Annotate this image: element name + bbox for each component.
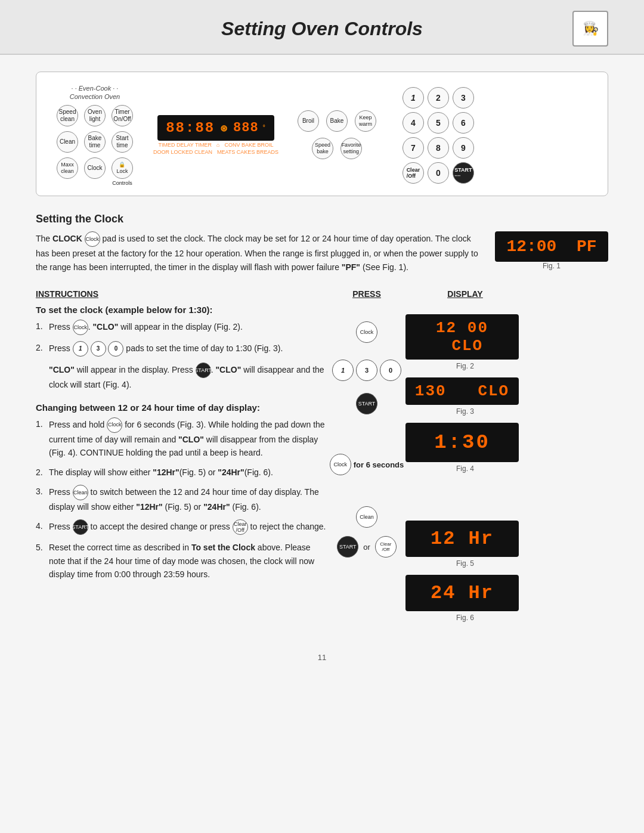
display-indicators2: DOOR LOCKED CLEANMEATS CAKES BREADS [153, 148, 278, 155]
step2-2-text: The display will show either "12Hr"(Fig.… [49, 466, 273, 479]
fig4-container: 1:30 Fig. 4 [405, 423, 525, 473]
fig3-display: 130 CLO [405, 377, 519, 405]
or-text: or [363, 543, 370, 552]
press-clock-1: Clock [356, 321, 377, 343]
num-5-btn[interactable]: 5 [428, 112, 449, 134]
section-title: Setting the Clock [36, 213, 608, 225]
instructions-col: INSTRUCTIONS To set the clock (example b… [36, 289, 328, 629]
clean-press-icon: Clean [73, 485, 88, 500]
press-item-clean: Clean [328, 506, 405, 528]
step2-1-text: Press and hold Clock for 6 seconds (Fig.… [49, 417, 328, 460]
step-2-text: Press 1 3 0 pads to set the time of day … [49, 341, 283, 357]
subsection1-title: To set the clock (example below for 1:30… [36, 305, 328, 315]
press-clear-off: Clear/Off [375, 536, 397, 558]
num-0-btn[interactable]: 0 [428, 162, 449, 184]
press-clean: Clean [356, 506, 377, 528]
display-col: DISPLAY 12 00 CLO Fig. 2 130 CLO Fig. 3 … [405, 289, 525, 629]
press-header: PRESS [328, 289, 405, 299]
num-2-btn[interactable]: 2 [428, 87, 449, 109]
main-content: Setting the Clock 12:00 PF Fig. 1 The CL… [0, 207, 644, 647]
lock-controls-btn[interactable]: 🔒Lock Controls [112, 157, 133, 187]
fig4-label: Fig. 4 [405, 465, 525, 473]
step-2-continuation: "CLO" will appear in the display. Press … [36, 363, 328, 391]
bake-btn[interactable]: Bake [326, 110, 348, 133]
clear-off-btn[interactable]: Clear/Off [402, 162, 424, 184]
clock-btn[interactable]: Clock [84, 157, 106, 187]
press-3: 3 [356, 360, 377, 381]
step2-2-num: 2. [36, 466, 45, 479]
step2-5: 5. Reset the correct time as described i… [36, 541, 328, 581]
subsection2-title: Changing between 12 or 24 hour time of d… [36, 402, 328, 413]
maxx-clean-btn[interactable]: Maxxclean [57, 157, 78, 187]
num-3-btn[interactable]: 3 [453, 87, 474, 109]
start-press-icon-1: START [196, 363, 211, 378]
clock-inline-icon: Clock [85, 231, 100, 247]
speed-clean-btn[interactable]: Speedclean [57, 105, 78, 128]
oven-numpad: 1 2 3 4 5 6 7 8 9 Clear/Off 0 START···· [402, 87, 474, 184]
favorite-setting-btn[interactable]: Favoritesetting [340, 138, 362, 160]
fig3-container: 130 CLO Fig. 3 [405, 377, 525, 416]
step-1-text: Press Clock. "CLO" will appear in the di… [49, 320, 243, 335]
num-1-press-icon: 1 [73, 341, 88, 357]
fig1-display: 12:00 PF [495, 231, 608, 262]
step2-5-text: Reset the correct time as described in T… [49, 541, 328, 581]
page-header: Setting Oven Controls 👩‍🍳 [0, 0, 644, 55]
display-indicators: TIMED DELAY TIMER⌂CONV BAKE BROIL [158, 141, 273, 148]
clock-press-icon-1: Clock [73, 320, 88, 335]
step2-2: 2. The display will show either "12Hr"(F… [36, 466, 328, 479]
fig1-container: 12:00 PF Fig. 1 [495, 231, 608, 277]
page-title: Setting Oven Controls [72, 18, 572, 40]
fig1-label: Fig. 1 [495, 262, 608, 270]
press-col: PRESS Clock 1 3 0 START Clock [328, 289, 405, 629]
intro-area: 12:00 PF Fig. 1 The CLOCK Clock pad is u… [36, 231, 608, 283]
num-8-btn[interactable]: 8 [428, 137, 449, 159]
oven-middle-panel: Broil Bake Keepwarm Speedbake Favoritese… [289, 110, 385, 160]
logo-icon: 👩‍🍳 [583, 21, 599, 36]
oven-display: 88:88 ⊛ 888 ° [157, 115, 274, 141]
press-start-1: START [356, 393, 377, 414]
keep-warm-btn[interactable]: Keepwarm [355, 110, 376, 133]
num-1-btn[interactable]: 1 [402, 87, 424, 109]
clear-press-icon: Clear/Off [233, 519, 248, 535]
fig5-container: 12 Hr Fig. 5 [405, 521, 525, 568]
logo-box: 👩‍🍳 [572, 11, 608, 47]
step2-3-text: Press Clean to switch between the 12 and… [49, 485, 328, 513]
speed-bake-btn[interactable]: Speedbake [312, 138, 333, 160]
num-9-btn[interactable]: 9 [453, 137, 474, 159]
step2-4: 4. Press START to accept the desired cha… [36, 519, 328, 535]
fig5-label: Fig. 5 [405, 559, 525, 568]
clean-btn[interactable]: Clean [57, 131, 78, 154]
step2-4-num: 4. [36, 519, 45, 535]
even-cook-label: · · Even-Cook · · Convection Oven [47, 84, 143, 101]
press-clock-hold: Clock [330, 454, 351, 475]
start-press-icon-2: START [73, 519, 88, 535]
start-btn[interactable]: START···· [453, 162, 474, 184]
fig2-display: 12 00 CLO [405, 314, 519, 360]
oven-left-panel: · · Even-Cook · · Convection Oven Speedc… [47, 84, 143, 186]
step2-4-text: Press START to accept the desired change… [49, 519, 326, 535]
press-item-clock-hold: Clock for 6 seconds [328, 454, 405, 475]
num-7-btn[interactable]: 7 [402, 137, 424, 159]
clock-hold-icon: Clock [107, 417, 122, 433]
oven-light-btn[interactable]: Ovenlight [84, 105, 106, 128]
num-4-btn[interactable]: 4 [402, 112, 424, 134]
press-0: 0 [380, 360, 401, 381]
broil-btn[interactable]: Broil [298, 110, 319, 133]
oven-numpad-area: 1 2 3 4 5 6 7 8 9 Clear/Off 0 START···· [397, 87, 474, 184]
press-item-start: START [328, 393, 405, 414]
fig2-container: 12 00 CLO Fig. 2 [405, 314, 525, 370]
step-1: 1. Press Clock. "CLO" will appear in the… [36, 320, 328, 335]
num-0-press-icon: 0 [108, 341, 123, 357]
timer-onoff-btn[interactable]: TimerOn/Off [112, 105, 133, 128]
step2-1: 1. Press and hold Clock for 6 seconds (F… [36, 417, 328, 460]
step-2-num: 2. [36, 341, 45, 357]
num-6-btn[interactable]: 6 [453, 112, 474, 134]
instructions-header: INSTRUCTIONS [36, 289, 328, 299]
num-3-press-icon: 3 [91, 341, 106, 357]
display-header: DISPLAY [405, 289, 525, 299]
bake-time-btn[interactable]: Baketime [84, 131, 106, 154]
step-1-num: 1. [36, 320, 45, 335]
start-time-btn[interactable]: Starttime [112, 131, 133, 154]
step2-1-num: 1. [36, 417, 45, 460]
fig5-display: 12 Hr [405, 521, 519, 557]
